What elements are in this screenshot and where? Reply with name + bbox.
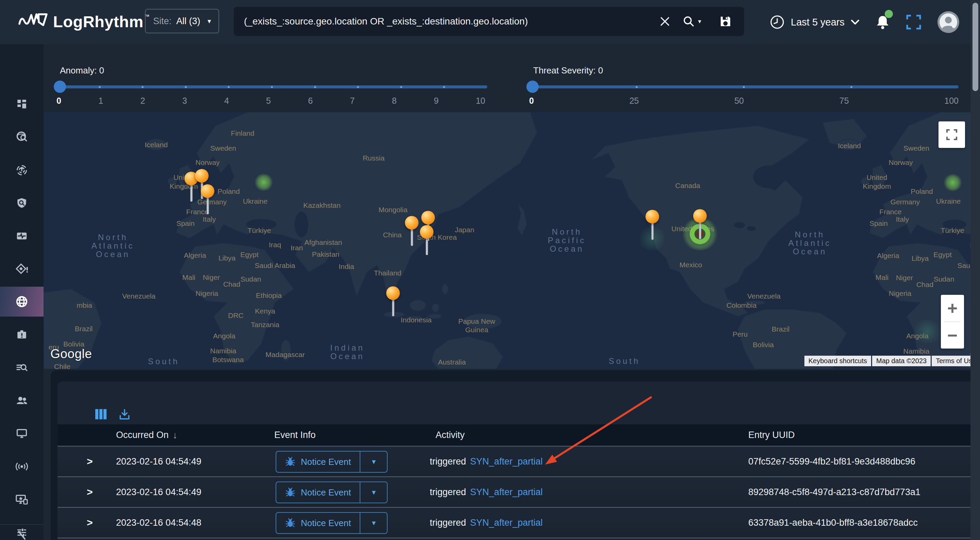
bug-icon [285,457,295,467]
slider-tick-label: 50 [734,96,744,106]
fullscreen-icon[interactable] [906,14,921,30]
sidebar-item-shield-analyze[interactable] [0,188,43,218]
clear-search-icon[interactable] [653,16,677,27]
columns-icon[interactable] [94,408,107,420]
table-row[interactable]: > 2023-02-16 04:54:48 Notice Event ▾ tri… [57,507,970,538]
site-selector[interactable]: Site: All (3) ▾ [145,9,219,33]
row-expand-chevron[interactable]: > [87,477,93,507]
slider-tick-label: 1 [98,96,103,106]
search-icon[interactable]: ▾ [677,15,707,28]
table-row-partial [57,538,970,540]
notice-event-button: Notice Event ▾ [275,481,388,503]
row-expand-chevron[interactable]: > [87,446,93,476]
table-row[interactable]: > 2023-02-16 04:54:49 Notice Event ▾ tri… [57,446,970,476]
page-scrollbar[interactable] [970,0,980,540]
notice-event-dropdown[interactable]: ▾ [360,513,387,533]
chevron-down-icon [851,19,859,25]
notification-indicator [885,10,893,18]
anomaly-slider-thumb[interactable] [54,81,66,93]
save-search-icon[interactable] [707,15,744,28]
collapse-arrow-icon [17,531,27,540]
download-icon[interactable] [118,408,131,421]
geo-map[interactable]: IcelandFinlandSwedenNorwayRussiaUnitedKi… [43,112,980,369]
sort-descending-icon[interactable]: ↓ [173,430,178,441]
search-options-caret[interactable]: ▾ [698,17,701,25]
column-entry-uuid[interactable]: Entry UUID [748,424,795,446]
time-range-selector[interactable]: Last 5 years [770,14,859,30]
notice-event-main[interactable]: Notice Event [276,513,360,533]
events-table-card: Occurred On ↓ Event Info Activity Entry … [57,381,970,540]
map-zoom-control: + − [941,295,964,349]
column-occurred-on[interactable]: Occurred On ↓ [116,424,178,446]
threat-slider-track[interactable] [529,85,959,88]
brand-name: LogRhythm [53,10,143,33]
sidebar-item-dashboards[interactable] [0,89,43,119]
sidebar-item-geo-globe[interactable] [0,287,43,317]
threat-slider-thumb[interactable] [527,81,539,93]
notice-event-main[interactable]: Notice Event [276,482,360,503]
sidebar-item-more[interactable] [0,530,43,540]
zoom-out-button[interactable]: − [941,322,964,349]
user-avatar[interactable] [937,11,959,33]
entry-uuid-value: 63378a91-aeba-41b0-bff8-a3e18678adcc [748,508,918,538]
notice-event-main[interactable]: Notice Event [276,452,360,472]
sidebar-item-threat-search[interactable] [0,122,43,152]
notice-event-button: Notice Event ▾ [275,512,388,534]
column-event-info[interactable]: Event Info [274,424,316,446]
slider-tick-dot [99,86,101,88]
sidebar-item-case-management[interactable] [0,320,43,349]
slider-tick-label: 7 [350,96,355,106]
time-range-value: Last 5 years [791,17,845,28]
keyboard-shortcuts-link[interactable]: Keyboard shortcuts [804,356,871,366]
row-expand-chevron[interactable]: > [87,508,93,538]
activity-link[interactable]: SYN_after_partial [470,487,543,497]
notifications-bell[interactable] [875,14,890,30]
occurred-on-value: 2023-02-16 04:54:48 [116,508,202,538]
google-logo: Google [50,347,92,361]
sidebar-item-alarm-diamond[interactable] [0,254,43,284]
case-alert-icon [16,329,27,340]
sidebar-item-case-radar[interactable] [0,155,43,185]
search-bar: ▾ [234,7,744,36]
bug-icon [285,518,295,528]
activity-link[interactable]: SYN_after_partial [470,456,543,467]
sidebar-item-monitors[interactable] [0,418,43,448]
sidebar-item-users[interactable] [0,385,43,415]
sidebar-item-network-broadcast[interactable] [0,452,43,481]
map-fullscreen-button[interactable] [939,121,965,148]
slider-tick-label: 0 [529,96,534,106]
bug-icon [285,487,295,497]
chevron-down-icon: ▾ [208,17,211,25]
map-attribution: Keyboard shortcuts Map data ©2023 Terms … [804,356,980,366]
zoom-in-button[interactable]: + [941,295,964,321]
slider-tick-dot [443,86,445,88]
list-search-icon [15,362,28,373]
threat-slider-ticks: 0255075100 [529,96,959,106]
events-panel: Occurred On ↓ Event Info Activity Entry … [51,370,970,540]
notice-event-dropdown[interactable]: ▾ [360,482,387,503]
clock-icon [770,14,785,30]
search-input[interactable] [234,16,653,27]
sidebar-item-log-search[interactable] [0,353,43,383]
table-toolbar [57,381,970,424]
anomaly-slider-track[interactable] [56,85,487,88]
slider-tick-dot [271,86,273,88]
notice-event-dropdown[interactable]: ▾ [360,452,387,472]
pulse-card-icon [16,230,28,242]
logrhythm-logo: LogRhythm ™ [18,10,150,33]
slider-tick-label: 100 [944,96,959,106]
table-row[interactable]: > 2023-02-16 04:54:49 Notice Event ▾ tri… [57,476,970,507]
entry-uuid-value: 89298748-c5f8-497d-a213-c87d7bd773a1 [748,477,920,507]
column-activity[interactable]: Activity [436,424,465,446]
slider-tick-dot [142,86,143,88]
slider-tick-label: 5 [266,96,271,106]
entry-uuid-value: 07fc52e7-5599-4fb2-bf81-9e3d488dbc96 [748,446,915,476]
scrollbar-thumb[interactable] [972,3,978,91]
sidebar-item-health-card[interactable] [0,221,43,251]
sidebar-nav [0,44,43,540]
slider-tick-dot [357,86,359,88]
sidebar-item-deployment-monitor[interactable] [0,484,43,515]
broadcast-icon [15,461,29,472]
shield-search-icon [16,197,27,209]
activity-link[interactable]: SYN_after_partial [470,518,543,528]
